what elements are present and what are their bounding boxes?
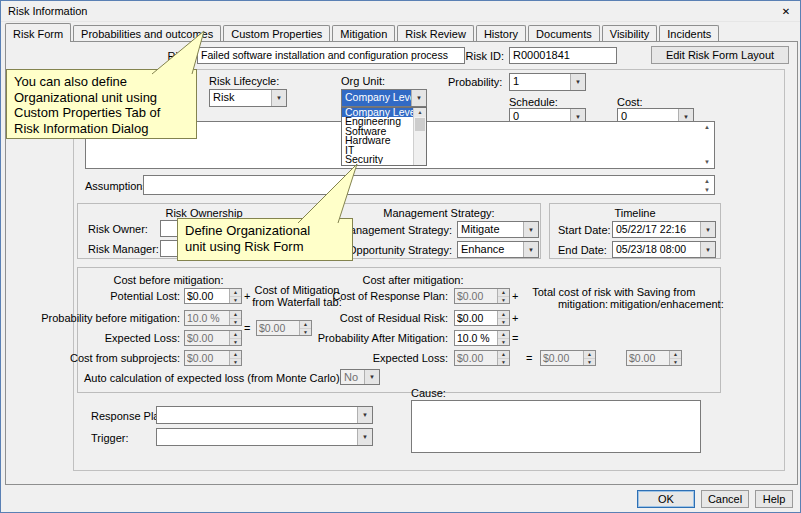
expected-loss-spinner: $0.00 ▲▼	[184, 330, 242, 346]
tab-documents[interactable]: Documents	[528, 25, 600, 41]
risk-id-label: Risk ID:	[466, 50, 505, 63]
scroll-up-icon[interactable]: ▲	[704, 124, 710, 130]
spin-buttons: ▲▼	[669, 351, 681, 365]
spin-buttons[interactable]: ▲▼	[497, 331, 509, 345]
spin-up-icon: ▲	[230, 311, 241, 319]
edit-risk-form-layout-button[interactable]: Edit Risk Form Layout	[651, 46, 789, 64]
probability-after-mitigation-value[interactable]: 10.0 %	[455, 331, 497, 345]
timeline-group: Timeline Start Date: 05/22/17 22:16 ▼ En…	[549, 203, 721, 259]
risk-name-field[interactable]: Failed software installation and configu…	[197, 47, 465, 64]
tab-custom-properties[interactable]: Custom Properties	[223, 25, 330, 41]
scrollbar-thumb[interactable]	[415, 118, 425, 131]
management-strategy-combo[interactable]: Mitigate ▼	[457, 221, 539, 238]
management-strategy-title: Management Strategy:	[338, 207, 540, 219]
cost-of-response-plan-label: Cost of Response Plan:	[332, 290, 448, 303]
response-plan-value[interactable]	[157, 407, 357, 423]
close-icon[interactable]: ✕	[777, 4, 795, 19]
start-date-value[interactable]: 05/22/17 22:16	[613, 222, 700, 237]
chevron-down-icon[interactable]: ▼	[523, 222, 538, 237]
cost-before-mitigation-title: Cost before mitigation:	[86, 274, 251, 286]
cost-after-mitigation-title: Cost after mitigation:	[333, 274, 493, 286]
potential-lost-spinner[interactable]: $0.00 ▲▼	[184, 288, 242, 304]
saving-label: Saving from mitigation/enhacement:	[610, 286, 722, 310]
expected-loss-value: $0.00	[185, 331, 229, 345]
opportunity-strategy-value[interactable]: Enhance	[458, 242, 523, 257]
cancel-button[interactable]: Cancel	[701, 490, 749, 508]
equals-operator: =	[244, 322, 250, 335]
org-unit-value[interactable]: Company Level	[342, 90, 411, 106]
end-date-picker[interactable]: 05/23/18 08:00 ▼	[612, 241, 716, 258]
spin-buttons[interactable]: ▲▼	[229, 289, 241, 303]
expected-loss-after-spinner: $0.00 ▲▼	[454, 350, 510, 366]
chevron-down-icon[interactable]: ▼	[700, 222, 715, 237]
chevron-down-icon[interactable]: ▼	[357, 407, 372, 423]
spin-buttons: ▲▼	[583, 351, 595, 365]
trigger-combo[interactable]: ▼	[156, 428, 373, 446]
org-unit-dropdown-list[interactable]: Company Level Engineering Software Hardw…	[341, 107, 427, 166]
spin-down-icon: ▼	[230, 359, 241, 366]
risk-lifecycle-value[interactable]: Risk	[210, 90, 271, 106]
end-date-label: End Date:	[558, 244, 607, 257]
cost-of-response-plan-value: $0.00	[455, 289, 497, 303]
tab-risk-review[interactable]: Risk Review	[397, 25, 474, 41]
spin-up-icon[interactable]: ▲	[498, 311, 509, 319]
chevron-down-icon[interactable]: ▼	[411, 90, 426, 106]
probability-combo[interactable]: 1 ▼	[509, 73, 586, 91]
help-button[interactable]: Help	[755, 490, 793, 508]
cost-of-residual-risk-spinner[interactable]: $0.00 ▲▼	[454, 310, 510, 326]
scroll-up-icon[interactable]: ▲	[704, 178, 710, 184]
trigger-value[interactable]	[157, 429, 357, 445]
spin-up-icon[interactable]: ▲	[230, 289, 241, 297]
risk-lifecycle-label: Risk Lifecycle:	[209, 75, 279, 88]
mitigation-waterfall-label: Cost of Mitigation from Waterfall tab:	[252, 284, 342, 308]
cost-of-residual-risk-value[interactable]: $0.00	[455, 311, 497, 325]
spin-down-icon: ▼	[584, 359, 595, 366]
tab-incidents[interactable]: Incidents	[659, 25, 719, 41]
list-scrollbar[interactable]: ▲	[413, 108, 426, 165]
spin-down-icon[interactable]: ▼	[230, 297, 241, 304]
opportunity-strategy-combo[interactable]: Enhance ▼	[457, 241, 539, 258]
chevron-down-icon[interactable]: ▼	[700, 242, 715, 257]
cause-textarea[interactable]	[411, 400, 701, 453]
spin-buttons[interactable]: ▲▼	[497, 311, 509, 325]
probability-value[interactable]: 1	[510, 74, 570, 90]
trigger-label: Trigger:	[91, 432, 129, 445]
ok-button[interactable]: OK	[637, 490, 695, 508]
tab-probabilities-and-outcomes[interactable]: Probabilities and outcomes	[73, 25, 221, 41]
callout-org-unit-note: Define Organizational unit using Risk Fo…	[177, 218, 353, 261]
management-strategy-value[interactable]: Mitigate	[458, 222, 523, 237]
tab-history[interactable]: History	[476, 25, 526, 41]
spin-buttons: ▲▼	[497, 289, 509, 303]
spin-up-icon: ▲	[584, 351, 595, 359]
tab-risk-form[interactable]: Risk Form	[5, 23, 71, 42]
probability-after-mitigation-spinner[interactable]: 10.0 % ▲▼	[454, 330, 510, 346]
cause-label: Cause:	[411, 387, 446, 400]
org-unit-combo[interactable]: Company Level ▼	[341, 89, 427, 107]
response-plan-combo[interactable]: ▼	[156, 406, 373, 424]
spin-down-icon[interactable]: ▼	[498, 319, 509, 326]
scroll-up-icon[interactable]: ▲	[414, 108, 426, 117]
scroll-down-icon[interactable]: ▼	[704, 159, 710, 165]
spin-down-icon[interactable]: ▼	[498, 339, 509, 346]
potential-lost-value[interactable]: $0.00	[185, 289, 229, 303]
chevron-down-icon[interactable]: ▼	[271, 90, 286, 106]
start-date-picker[interactable]: 05/22/17 22:16 ▼	[612, 221, 716, 238]
scroll-down-icon[interactable]: ▼	[704, 187, 710, 193]
chevron-down-icon[interactable]: ▼	[570, 74, 585, 90]
spin-down-icon: ▼	[230, 319, 241, 326]
tab-visibility[interactable]: Visibility	[602, 25, 658, 41]
chevron-down-icon[interactable]: ▼	[357, 429, 372, 445]
tab-mitigation[interactable]: Mitigation	[332, 25, 395, 41]
risk-lifecycle-combo[interactable]: Risk ▼	[209, 89, 287, 107]
spin-up-icon: ▲	[230, 351, 241, 359]
chevron-down-icon[interactable]: ▼	[523, 242, 538, 257]
saving-value: $0.00	[627, 351, 669, 365]
risk-id-field[interactable]: R00001841	[509, 47, 617, 64]
spin-buttons: ▲▼	[299, 321, 311, 335]
end-date-value[interactable]: 05/23/18 08:00	[613, 242, 700, 257]
plus-operator: +	[512, 290, 518, 303]
probability-before-mitigation-value: 10.0 %	[185, 311, 229, 325]
spin-up-icon[interactable]: ▲	[498, 331, 509, 339]
equals-operator: =	[526, 352, 532, 365]
assumptions-field[interactable]	[143, 175, 715, 195]
